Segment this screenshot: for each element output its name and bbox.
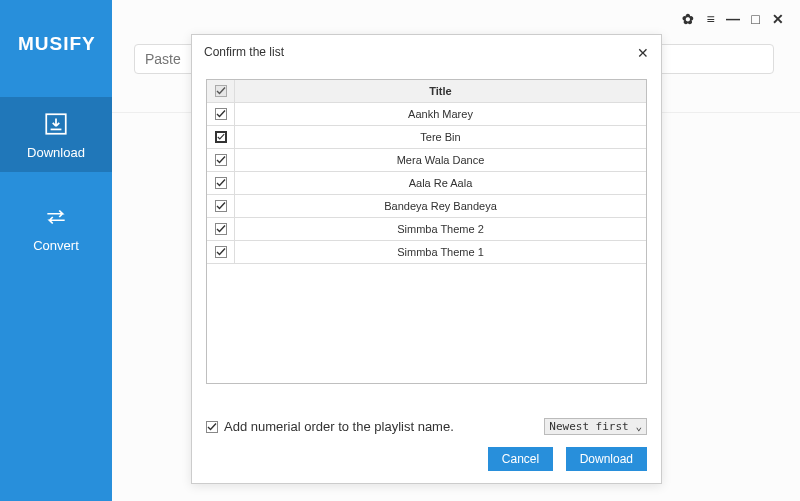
track-title: Tere Bin — [235, 131, 646, 143]
track-title: Aala Re Aala — [235, 177, 646, 189]
track-title: Mera Wala Dance — [235, 154, 646, 166]
row-checkbox[interactable] — [215, 131, 227, 143]
cancel-button[interactable]: Cancel — [488, 447, 553, 471]
convert-icon — [43, 204, 69, 230]
row-checkbox[interactable] — [215, 108, 227, 120]
minimize-icon[interactable]: — — [725, 11, 741, 27]
row-checkbox[interactable] — [215, 246, 227, 258]
table-row: Mera Wala Dance — [207, 149, 646, 172]
download-button[interactable]: Download — [566, 447, 647, 471]
close-icon[interactable]: ✕ — [637, 45, 649, 61]
select-all-checkbox[interactable] — [215, 85, 227, 97]
table-row: Tere Bin — [207, 126, 646, 149]
close-window-icon[interactable]: ✕ — [770, 11, 786, 27]
table-row: Simmba Theme 2 — [207, 218, 646, 241]
table-header-row: Title — [207, 80, 646, 103]
column-title: Title — [235, 85, 646, 97]
table-row: Bandeya Rey Bandeya — [207, 195, 646, 218]
dialog-title: Confirm the list — [192, 35, 661, 62]
chevron-down-icon: ⌄ — [635, 420, 642, 433]
app-logo: MUSIFY — [0, 0, 112, 55]
maximize-icon[interactable]: □ — [748, 11, 764, 27]
window-controls: ✿ ≡ — □ ✕ — [678, 10, 786, 28]
table-row: Aala Re Aala — [207, 172, 646, 195]
row-checkbox[interactable] — [215, 200, 227, 212]
table-row: Simmba Theme 1 — [207, 241, 646, 264]
sidebar-item-convert[interactable]: Convert — [0, 190, 112, 265]
dialog-buttons: Cancel Download — [480, 447, 647, 471]
sidebar-download-label: Download — [27, 145, 85, 160]
download-icon — [43, 111, 69, 137]
sidebar-convert-label: Convert — [33, 238, 79, 253]
row-checkbox[interactable] — [215, 154, 227, 166]
sidebar: MUSIFY Download Convert — [0, 0, 112, 501]
track-title: Simmba Theme 1 — [235, 246, 646, 258]
dialog-footer: Add numerial order to the playlist name.… — [206, 418, 647, 435]
add-order-checkbox[interactable] — [206, 421, 218, 433]
row-checkbox[interactable] — [215, 177, 227, 189]
track-title: Aankh Marey — [235, 108, 646, 120]
settings-icon[interactable]: ✿ — [680, 11, 696, 27]
track-title: Bandeya Rey Bandeya — [235, 200, 646, 212]
add-order-label: Add numerial order to the playlist name. — [224, 419, 454, 434]
sidebar-item-download[interactable]: Download — [0, 97, 112, 172]
track-title: Simmba Theme 2 — [235, 223, 646, 235]
table-row: Aankh Marey — [207, 103, 646, 126]
row-checkbox[interactable] — [215, 223, 227, 235]
track-table: Title Aankh MareyTere BinMera Wala Dance… — [206, 79, 647, 384]
sort-order-select[interactable]: Newest first ⌄ — [544, 418, 647, 435]
confirm-list-dialog: Confirm the list ✕ Title Aankh MareyTere… — [191, 34, 662, 484]
menu-icon[interactable]: ≡ — [703, 11, 719, 27]
